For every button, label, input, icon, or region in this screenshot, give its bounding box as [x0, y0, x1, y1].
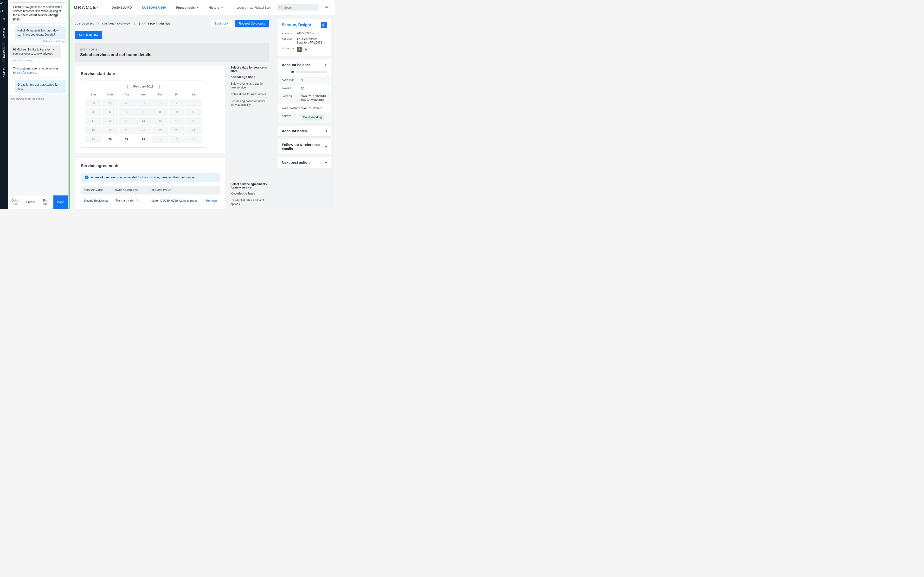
service-start-date-card: Service start date ❮ February 2018 ❯ Sun…	[75, 66, 226, 153]
search-input[interactable]	[277, 4, 319, 11]
customer-sidebar: Schrute, Dwight ACCOUNT 245048285⧉ PREMI…	[274, 15, 334, 209]
rail-tab-customer[interactable]: Creed B.	[2, 23, 5, 42]
calendar-day[interactable]: 3	[186, 99, 202, 107]
calendar-day[interactable]: 1	[152, 135, 168, 143]
electric-icon[interactable]: ⚡	[297, 47, 302, 52]
step-panel: STEP 3 OF 5 Select services and set home…	[75, 43, 269, 62]
remove-link[interactable]: Remove	[206, 199, 217, 202]
followup-emails-toggle[interactable]: Follow-up & reference emails◀	[278, 139, 331, 154]
bookmark-button[interactable]: Bookmark	[211, 20, 232, 27]
next-best-action-toggle[interactable]: Next best action◀	[278, 157, 331, 168]
calendar-day[interactable]: 6	[119, 108, 135, 116]
calendar-day[interactable]: 1	[152, 99, 168, 107]
calendar-day[interactable]: 16	[169, 117, 185, 125]
kb-subheading: Knowledge base	[231, 75, 269, 79]
calendar-day[interactable]: 28	[85, 99, 101, 107]
agent-rail: 3 Creed B.Dwight S.Kevin M.	[0, 0, 8, 209]
calendar-day[interactable]: 10	[186, 108, 202, 116]
calendar-next-icon[interactable]: ❯	[158, 84, 161, 89]
calendar-day[interactable]: 25	[85, 135, 101, 143]
service-agreements-card: Service agreements i A time of use rate …	[75, 158, 226, 209]
calendar-day[interactable]: 20	[119, 126, 135, 134]
caret-left-icon: ◀	[325, 145, 327, 148]
customer-detail-icon[interactable]	[321, 23, 327, 27]
calendar-day[interactable]: 13	[119, 117, 135, 125]
calendar-dow: Wed	[135, 91, 152, 98]
calendar-prev-icon[interactable]: ❮	[126, 84, 129, 89]
calendar-day[interactable]: 3	[186, 135, 202, 143]
start-chat-flow-button[interactable]: Start chat flow	[75, 31, 102, 39]
topbar: ORACLE® DASHBOARD CUSTOMER 360 Pinned to…	[69, 0, 334, 15]
kb-link[interactable]: Residential rates and tariff options	[231, 197, 269, 208]
kb-link[interactable]: Net metering service	[231, 208, 269, 209]
no-suggested-message: NO SUGGESTED MESSAGE	[8, 95, 68, 195]
breadcrumb-item[interactable]: CUSTOMER 360	[75, 23, 94, 25]
calendar-day[interactable]: 24	[186, 126, 202, 134]
calendar-day[interactable]: 4	[85, 108, 101, 116]
calendar-day[interactable]: 2	[169, 99, 185, 107]
calendar-day[interactable]: 31	[135, 99, 151, 107]
end-chat-button[interactable]: End chat	[38, 195, 53, 209]
search-icon	[279, 6, 282, 9]
chat-suggestion[interactable]: This customer seems to be looking to tra…	[10, 64, 61, 77]
col-service-point: SERVICE POINT	[149, 186, 202, 195]
calendar-day[interactable]: 30	[119, 99, 135, 107]
calendar-month-label: February 2018	[133, 85, 154, 88]
gas-icon[interactable]: ◉	[303, 47, 309, 52]
tab-pinned-tools[interactable]: Pinned tools▼	[171, 0, 203, 15]
kb-link[interactable]: Safety checks and tips for new service	[231, 81, 269, 91]
calendar-day[interactable]: 9	[169, 108, 185, 116]
calendar-day[interactable]: 29	[102, 99, 118, 107]
customer-name[interactable]: Schrute, Dwight	[282, 23, 311, 27]
chat-message-client: Hi Michael, I'd like to transfer my serv…	[10, 45, 61, 58]
svg-line-2	[281, 8, 282, 9]
library-button[interactable]: Library	[23, 195, 38, 209]
rate-select[interactable]: Standard rate▼	[115, 198, 144, 203]
calendar-day[interactable]: 7	[135, 108, 151, 116]
rail-outgoing-icon[interactable]	[0, 8, 8, 15]
oracle-logo: ORACLE®	[74, 5, 98, 10]
tab-history[interactable]: History▼	[204, 0, 228, 15]
breadcrumb-item[interactable]: CUSTOMER OVERVIEW	[102, 23, 131, 25]
calendar-day[interactable]: 2	[169, 135, 185, 143]
meta-label: ACCOUNT	[282, 32, 297, 35]
calendar: ❮ February 2018 ❯ SunMonTueWedThuFriSat2…	[81, 81, 206, 148]
calendar-day[interactable]: 5	[102, 108, 118, 116]
request-cobrowse-button[interactable]: Request Co-browse	[235, 20, 269, 27]
calendar-day[interactable]: 12	[102, 117, 118, 125]
tab-customer-360[interactable]: CUSTOMER 360	[137, 0, 170, 15]
rail-incoming-icon[interactable]	[0, 0, 8, 8]
caret-left-icon: ◀	[325, 161, 327, 164]
calendar-day[interactable]: 11	[85, 117, 101, 125]
kb-link[interactable]: Notifications for new service	[231, 91, 269, 98]
copy-icon[interactable]: ⧉	[312, 32, 314, 35]
calendar-day[interactable]: 18	[85, 126, 101, 134]
chevron-right-icon: ❯	[134, 22, 136, 25]
rail-tab-customer[interactable]: Kevin M.	[2, 63, 5, 82]
kb-agreements: Select service agreements for new servic…	[231, 182, 269, 209]
balance-amount: $0	[282, 70, 294, 74]
rail-tab-customer[interactable]: Dwight S.	[2, 42, 5, 62]
credit-badge: Good standing	[301, 115, 324, 121]
panel-toggle[interactable]: Account balance▼	[278, 60, 331, 70]
premise-address: 423 Beet StreetScranton, PA 20932	[297, 37, 327, 44]
send-button[interactable]: Send	[53, 195, 68, 209]
calendar-day[interactable]: 26	[102, 135, 118, 143]
account-notes-toggle[interactable]: Account notes◀	[278, 126, 331, 136]
table-row: Gas ResidentialStandard rate▼Meter ID #9…	[81, 207, 220, 209]
calendar-day[interactable]: 27	[119, 135, 135, 143]
calendar-day[interactable]: 23	[169, 126, 185, 134]
calendar-day[interactable]: 22	[152, 126, 168, 134]
calendar-day[interactable]: 28	[135, 135, 151, 143]
tab-dashboard[interactable]: DASHBOARD	[107, 0, 136, 15]
quick-text-button[interactable]: Quick text	[8, 195, 23, 209]
calendar-day[interactable]: 17	[186, 117, 202, 125]
calendar-day[interactable]: 15	[152, 117, 168, 125]
calendar-day[interactable]: 19	[102, 126, 118, 134]
kb-link[interactable]: Scheduling based on utility crew availab…	[231, 98, 269, 108]
calendar-day[interactable]: 8	[152, 108, 168, 116]
menu-icon[interactable]: ☰	[325, 5, 329, 10]
calendar-day[interactable]: 21	[135, 126, 151, 134]
transfer-service-link[interactable]: transfer service	[16, 71, 36, 74]
calendar-day[interactable]: 14	[135, 117, 151, 125]
